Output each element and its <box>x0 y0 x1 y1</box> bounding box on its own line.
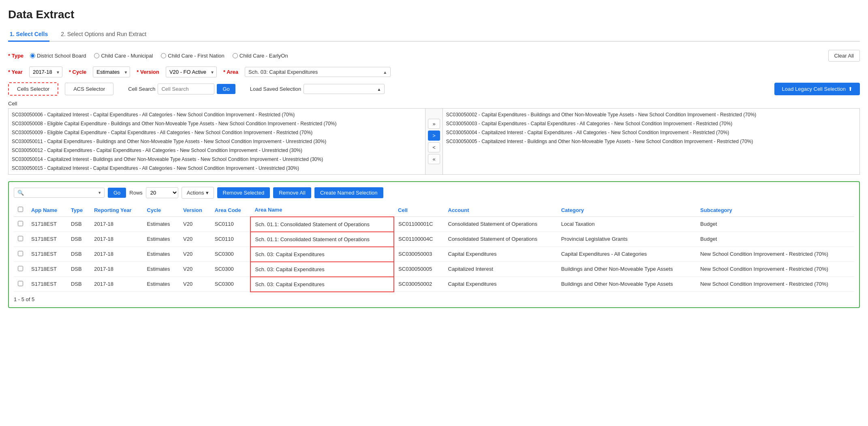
type-option-first-nation[interactable]: Child Care - First Nation <box>161 53 224 59</box>
table-row[interactable]: S1718EST DSB 2017-18 Estimates V20 SC030… <box>14 262 854 277</box>
load-legacy-button[interactable]: Load Legacy Cell Selection <box>774 83 860 95</box>
type-option-dsb[interactable]: District School Board <box>30 53 86 59</box>
table-row[interactable]: S1718EST DSB 2017-18 Estimates V20 SC030… <box>14 277 854 292</box>
selected-cell-item[interactable]: SC030050003 - Capital Expenditures - Cap… <box>445 119 858 128</box>
row-checkbox-cell[interactable] <box>14 232 27 247</box>
year-select-wrapper[interactable]: 2017-18 <box>29 66 62 77</box>
cell-area-code: SC0110 <box>211 217 251 232</box>
col-header-cell[interactable]: Cell <box>394 203 444 217</box>
add-all-button[interactable]: » <box>428 119 440 129</box>
row-checkbox[interactable] <box>18 221 23 226</box>
available-cell-item[interactable]: SC030050014 - Capitalized Interest - Bui… <box>10 155 423 164</box>
grid-search-input[interactable] <box>26 190 98 196</box>
area-field[interactable]: Sch. 03: Capital Expenditures <box>245 67 391 77</box>
search-dropdown-icon[interactable]: ▾ <box>98 190 101 195</box>
col-header-category[interactable]: Category <box>557 203 696 217</box>
tab-select-cells[interactable]: 1. Select Cells <box>8 28 49 42</box>
available-cells-list[interactable]: SC030050006 - Capitalized Interest - Cap… <box>8 108 425 175</box>
selected-cell-item[interactable]: SC030050004 - Capitalized Interest - Cap… <box>445 128 858 137</box>
cell-app-name: S1718EST <box>27 262 67 277</box>
version-select-wrapper[interactable]: V20 - FO Active <box>166 66 217 77</box>
col-header-cycle[interactable]: Cycle <box>143 203 179 217</box>
selected-cells-list[interactable]: SC030050002 - Capital Expenditures - Bui… <box>443 108 860 175</box>
col-header-area-name[interactable]: Area Name <box>250 203 394 217</box>
load-saved-select[interactable] <box>304 84 385 94</box>
version-select[interactable]: V20 - FO Active <box>166 66 217 77</box>
type-radio-group: District School Board Child Care - Munic… <box>30 53 288 59</box>
col-header-reporting-year[interactable]: Reporting Year <box>90 203 143 217</box>
upload-icon <box>848 86 853 92</box>
cell-cycle: Estimates <box>143 262 179 277</box>
col-header-app-name[interactable]: App Name <box>27 203 67 217</box>
pagination: 1 - 5 of 5 <box>14 296 854 302</box>
row-checkbox[interactable] <box>18 236 23 241</box>
cell-account: Capital Expenditures <box>444 247 557 262</box>
col-header-area-code[interactable]: Area Code <box>211 203 251 217</box>
selected-cell-item[interactable]: SC030050005 - Capitalized Interest - Bui… <box>445 137 858 146</box>
cell-type: DSB <box>67 247 90 262</box>
row-checkbox-cell[interactable] <box>14 262 27 277</box>
cells-selector-button[interactable]: Cells Selector <box>8 82 58 96</box>
cell-subcategory: New School Condition Improvement - Restr… <box>696 247 854 262</box>
cell-type: DSB <box>67 232 90 247</box>
cell-type: DSB <box>67 277 90 292</box>
row-checkbox-cell[interactable] <box>14 247 27 262</box>
type-option-municipal[interactable]: Child Care - Municipal <box>94 53 153 59</box>
acs-selector-button[interactable]: ACS Selector <box>65 83 113 95</box>
row-checkbox[interactable] <box>18 251 23 256</box>
table-row[interactable]: S1718EST DSB 2017-18 Estimates V20 SC011… <box>14 232 854 247</box>
available-cell-item[interactable]: SC030050011 - Capital Expenditures - Bui… <box>10 137 423 146</box>
cell-app-name: S1718EST <box>27 232 67 247</box>
cell-area-code: SC0300 <box>211 277 251 292</box>
create-named-selection-button[interactable]: Create Named Selection <box>314 187 383 198</box>
cell-reporting-year: 2017-18 <box>90 232 143 247</box>
grid-search-box[interactable]: 🔍 ▾ <box>14 188 105 198</box>
grid-go-button[interactable]: Go <box>108 188 126 198</box>
cell-search-go-button[interactable]: Go <box>217 84 235 94</box>
cycle-select[interactable]: Estimates <box>93 66 130 77</box>
available-cell-item[interactable]: SC030050015 - Capitalized Interest - Cap… <box>10 164 423 173</box>
available-cell-item[interactable]: SC030050009 - Eligible Capital Expenditu… <box>10 128 423 137</box>
add-selected-button[interactable]: > <box>428 131 440 141</box>
cell-subcategory: Budget <box>696 232 854 247</box>
cycle-select-wrapper[interactable]: Estimates <box>93 66 130 77</box>
select-all-checkbox[interactable] <box>18 207 23 212</box>
table-body: S1718EST DSB 2017-18 Estimates V20 SC011… <box>14 217 854 292</box>
remove-selected-transfer-button[interactable]: < <box>428 142 440 152</box>
cell-area-name: Sch. 01.1: Consolidated Statement of Ope… <box>250 232 394 247</box>
cell-account: Capitalized Interest <box>444 262 557 277</box>
version-label: Version <box>137 69 159 75</box>
row-checkbox[interactable] <box>18 266 23 271</box>
remove-selected-button[interactable]: Remove Selected <box>217 187 270 198</box>
row-checkbox-cell[interactable] <box>14 277 27 292</box>
available-cell-item[interactable]: SC030050012 - Capital Expenditures - Cap… <box>10 146 423 155</box>
cell-version: V20 <box>179 277 211 292</box>
type-option-earlyon[interactable]: Child Care - EarlyOn <box>233 53 288 59</box>
available-cell-item[interactable]: SC030050008 - Eligible Capital Expenditu… <box>10 119 423 128</box>
selector-row: Cells Selector ACS Selector Cell Search … <box>8 82 860 96</box>
table-row[interactable]: S1718EST DSB 2017-18 Estimates V20 SC030… <box>14 247 854 262</box>
available-cell-item[interactable]: SC030050006 - Capitalized Interest - Cap… <box>10 110 423 119</box>
col-header-type[interactable]: Type <box>67 203 90 217</box>
actions-button[interactable]: Actions ▾ <box>182 187 214 199</box>
selected-cell-item[interactable]: SC030050002 - Capital Expenditures - Bui… <box>445 110 858 119</box>
table-row[interactable]: S1718EST DSB 2017-18 Estimates V20 SC011… <box>14 217 854 232</box>
cell-search-input[interactable] <box>158 83 214 94</box>
cell-cell: SC030050003 <box>394 247 444 262</box>
load-saved-chevron-icon <box>377 86 381 92</box>
row-checkbox[interactable] <box>18 281 23 286</box>
col-header-account[interactable]: Account <box>444 203 557 217</box>
col-header-subcategory[interactable]: Subcategory <box>696 203 854 217</box>
clear-all-button[interactable]: Clear All <box>828 50 860 62</box>
rows-select[interactable]: 20 10 50 100 <box>146 187 178 198</box>
remove-all-button[interactable]: Remove All <box>273 187 311 198</box>
cell-type: DSB <box>67 262 90 277</box>
remove-all-transfer-button[interactable]: « <box>428 154 440 164</box>
col-header-version[interactable]: Version <box>179 203 211 217</box>
cell-reporting-year: 2017-18 <box>90 247 143 262</box>
tab-select-options[interactable]: 2. Select Options and Run Extract <box>59 28 148 42</box>
select-all-header[interactable] <box>14 203 27 217</box>
row-checkbox-cell[interactable] <box>14 217 27 232</box>
year-select[interactable]: 2017-18 <box>29 66 62 77</box>
cell-cell: SC01100001C <box>394 217 444 232</box>
